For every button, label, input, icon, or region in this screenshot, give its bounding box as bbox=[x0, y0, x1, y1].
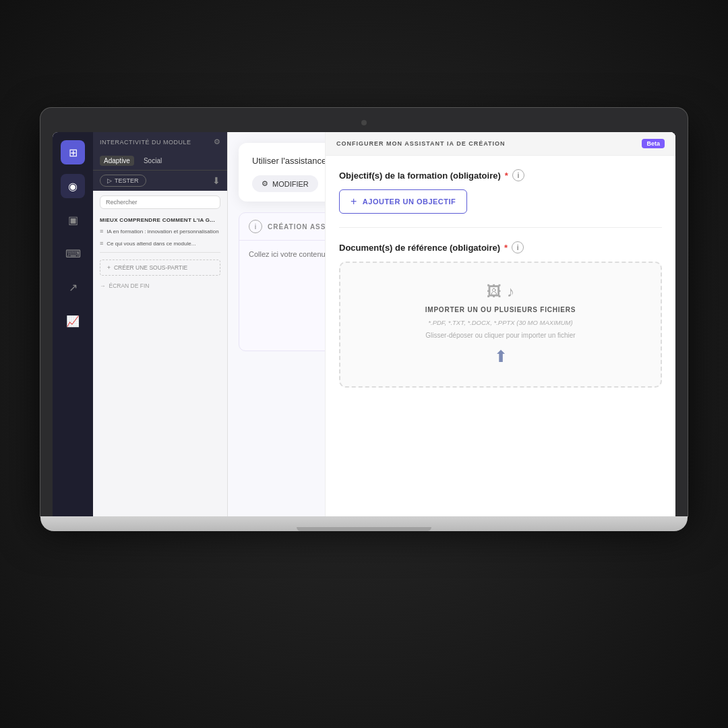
upload-main-text: IMPORTER UN OU PLUSIEURS FICHIERS bbox=[425, 306, 576, 313]
objectif-section-label: Objectif(s) de la formation (obligatoire… bbox=[339, 169, 662, 181]
upload-icons: 🖼 ♪ bbox=[487, 283, 514, 301]
plus-icon-create: + bbox=[107, 264, 111, 271]
end-screen-item[interactable]: → ÉCRAN DE FIN bbox=[93, 280, 227, 292]
configure-header: CONFIGURER MON ASSISTANT IA DE CRÉATION … bbox=[326, 132, 675, 156]
sidebar-icon-image[interactable]: ▣ bbox=[61, 208, 85, 232]
create-label: CRÉER UNE SOUS-PARTIE bbox=[114, 264, 187, 271]
laptop-screen-inner: ⊞ ◉ ▣ ⌨ ↗ 📈 Interactivité du module ⚙ Ad… bbox=[53, 132, 675, 516]
sidebar-icon-chat[interactable]: ⌨ bbox=[61, 241, 85, 266]
item-icon-2: ≡ bbox=[100, 240, 103, 247]
panel-actions: ▷ TESTER ⬇ bbox=[93, 171, 227, 191]
info-icon-creation[interactable]: i bbox=[249, 220, 262, 233]
scene: ⊞ ◉ ▣ ⌨ ↗ 📈 Interactivité du module ⚙ Ad… bbox=[0, 0, 728, 728]
laptop-screen-outer: ⊞ ◉ ▣ ⌨ ↗ 📈 Interactivité du module ⚙ Ad… bbox=[40, 108, 688, 516]
settings-icon[interactable]: ⚙ bbox=[214, 138, 220, 146]
beta-badge: Beta bbox=[642, 139, 665, 148]
panel-item-1[interactable]: ≡ IA en formation : innovation et person… bbox=[93, 225, 227, 237]
upload-drag-text: Glisser-déposer ou cliquer pour importer… bbox=[425, 332, 575, 339]
section-divider bbox=[339, 227, 662, 228]
item-label-2: Ce qui vous attend dans ce module... bbox=[107, 241, 195, 247]
laptop: ⊞ ◉ ▣ ⌨ ↗ 📈 Interactivité du module ⚙ Ad… bbox=[40, 108, 688, 531]
upload-cloud-icon: ⬆ bbox=[494, 347, 508, 366]
tab-social[interactable]: Social bbox=[140, 156, 166, 166]
panel-divider bbox=[100, 252, 220, 253]
doc-upload-area[interactable]: 🖼 ♪ IMPORTER UN OU PLUSIEURS FICHIERS *.… bbox=[339, 262, 662, 388]
add-objectif-btn[interactable]: + AJOUTER UN OBJECTIF bbox=[339, 189, 467, 214]
document-label-text: Document(s) de référence (obligatoire) bbox=[339, 243, 500, 253]
sidebar-icon-share[interactable]: ↗ bbox=[61, 275, 85, 299]
image-upload-icon: 🖼 bbox=[487, 283, 502, 301]
upload-formats: *.PDF, *.TXT, *.DOCX, *.PPTX (30 MO MAXI… bbox=[428, 319, 572, 326]
item-label-1: IA en formation : innovation et personna… bbox=[107, 229, 218, 235]
configure-title: CONFIGURER MON ASSISTANT IA DE CRÉATION bbox=[336, 140, 506, 147]
module-title: MIEUX COMPRENDRE COMMENT L'IA G... bbox=[93, 213, 227, 225]
sidebar-icon-chart[interactable]: 📈 bbox=[61, 309, 85, 333]
configure-panel: CONFIGURER MON ASSISTANT IA DE CRÉATION … bbox=[325, 132, 675, 516]
laptop-base bbox=[40, 516, 688, 531]
panel-search bbox=[93, 191, 227, 213]
sidebar: ⊞ ◉ ▣ ⌨ ↗ 📈 bbox=[53, 132, 93, 516]
panel-tabs: Adaptive Social bbox=[93, 152, 227, 171]
panel-header-title: Interactivité du module bbox=[100, 139, 191, 146]
required-star-1: * bbox=[505, 171, 508, 181]
item-icon-1: ≡ bbox=[100, 228, 103, 235]
btn-tester[interactable]: ▷ TESTER bbox=[100, 175, 146, 187]
panel-item-2[interactable]: ≡ Ce qui vous attend dans ce module... bbox=[93, 237, 227, 249]
info-btn-objectif[interactable]: i bbox=[512, 169, 524, 181]
music-upload-icon: ♪ bbox=[507, 283, 514, 301]
tab-adaptive[interactable]: Adaptive bbox=[100, 156, 134, 166]
download-icon[interactable]: ⬇ bbox=[212, 175, 220, 186]
document-section-label: Document(s) de référence (obligatoire) *… bbox=[339, 241, 662, 253]
end-icon: → bbox=[100, 282, 106, 289]
left-panel: Interactivité du module ⚙ Adaptive Socia… bbox=[93, 132, 228, 516]
required-star-2: * bbox=[504, 243, 508, 253]
modifier-btn[interactable]: ⚙ MODIFIER bbox=[252, 175, 318, 192]
search-input[interactable] bbox=[100, 195, 220, 209]
sidebar-icon-grid[interactable]: ⊞ bbox=[61, 140, 85, 164]
configure-body: Objectif(s) de la formation (obligatoire… bbox=[326, 156, 675, 516]
add-objectif-label: AJOUTER UN OBJECTIF bbox=[363, 198, 456, 206]
gear-icon: ⚙ bbox=[262, 179, 268, 188]
objectif-label-text: Objectif(s) de la formation (obligatoire… bbox=[339, 171, 501, 181]
end-label: ÉCRAN DE FIN bbox=[109, 282, 150, 289]
laptop-camera bbox=[361, 120, 367, 125]
create-sous-partie-btn[interactable]: + CRÉER UNE SOUS-PARTIE bbox=[100, 260, 220, 276]
play-icon: ▷ bbox=[107, 177, 112, 184]
sidebar-icon-compass[interactable]: ◉ bbox=[61, 174, 85, 198]
info-btn-document[interactable]: i bbox=[512, 241, 524, 253]
plus-icon-objectif: + bbox=[351, 195, 357, 208]
panel-header: Interactivité du module ⚙ bbox=[93, 132, 227, 152]
